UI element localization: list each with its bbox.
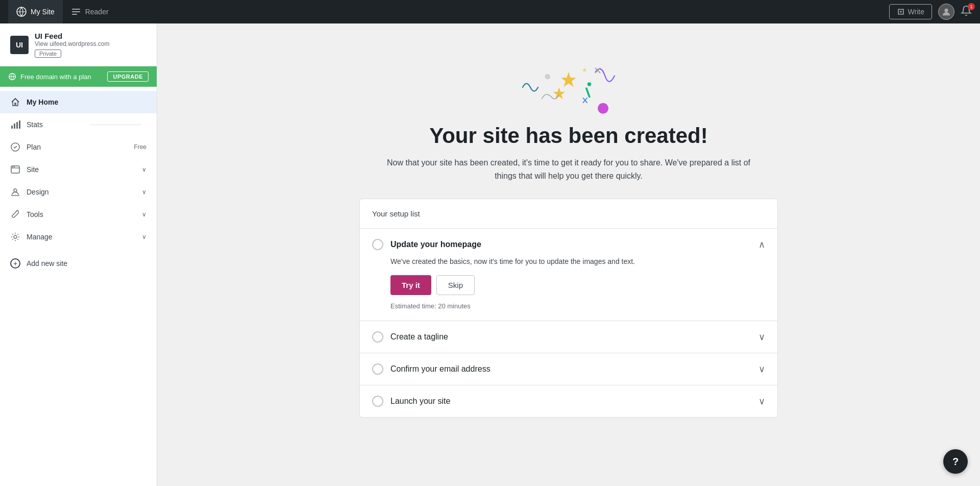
svg-rect-7 xyxy=(903,9,904,14)
svg-rect-13 xyxy=(11,126,13,129)
svg-marker-24 xyxy=(561,72,576,87)
setup-item-header-confirm-email[interactable]: Confirm your email address ∨ xyxy=(372,363,765,375)
setup-item-header-create-tagline[interactable]: Create a tagline ∨ xyxy=(372,331,765,343)
svg-point-26 xyxy=(545,74,551,80)
svg-marker-25 xyxy=(553,87,565,99)
help-button[interactable]: ? xyxy=(943,449,968,474)
write-icon xyxy=(897,8,905,16)
setup-item-title-create-tagline: Create a tagline xyxy=(390,332,751,342)
try-it-button[interactable]: Try it xyxy=(390,275,431,295)
sidebar-item-my-home[interactable]: My Home xyxy=(0,91,157,113)
site-chevron-icon: ∨ xyxy=(142,166,146,173)
setup-item-header-update-homepage[interactable]: Update your homepage ∧ xyxy=(372,239,765,250)
svg-point-20 xyxy=(12,166,13,167)
site-name: UI Feed xyxy=(35,32,146,40)
design-chevron-icon: ∨ xyxy=(142,188,146,196)
hero-title: Your site has been created! xyxy=(429,124,707,148)
estimated-time: Estimated time: 20 minutes xyxy=(390,302,471,310)
sidebar-item-manage[interactable]: Manage ∨ xyxy=(0,226,157,248)
sidebar-item-tools-label: Tools xyxy=(27,210,136,218)
domain-icon xyxy=(8,72,16,81)
svg-point-22 xyxy=(14,189,17,192)
sidebar-item-plan-label: Plan xyxy=(27,143,128,151)
add-new-site-item[interactable]: + Add new site xyxy=(0,252,157,275)
my-site-nav-item[interactable]: My Site xyxy=(8,0,63,23)
svg-rect-2 xyxy=(72,11,80,12)
setup-card: Your setup list Update your homepage ∧ W… xyxy=(359,199,778,418)
setup-item-launch-site: Launch your site ∨ xyxy=(360,385,777,417)
svg-rect-14 xyxy=(14,124,15,129)
celebration-illustration xyxy=(492,44,645,115)
setup-item-title-confirm-email: Confirm your email address xyxy=(390,364,751,374)
notifications-button[interactable]: 1 xyxy=(961,5,972,19)
svg-rect-5 xyxy=(898,9,899,14)
sidebar-item-tools[interactable]: Tools ∨ xyxy=(0,203,157,226)
plan-badge: Free xyxy=(134,143,146,151)
upgrade-button[interactable]: UPGRADE xyxy=(107,71,149,82)
wordpress-icon xyxy=(16,7,27,17)
top-navigation: My Site Reader Write xyxy=(0,0,980,23)
sidebar-item-design[interactable]: Design ∨ xyxy=(0,181,157,203)
svg-point-28 xyxy=(587,82,592,86)
setup-radio-launch-site[interactable] xyxy=(372,396,383,407)
setup-item-body-update-homepage: We've created the basics, now it's time … xyxy=(372,256,765,310)
svg-point-23 xyxy=(14,235,17,238)
my-site-label: My Site xyxy=(31,8,55,16)
svg-rect-3 xyxy=(72,14,77,15)
svg-point-21 xyxy=(14,166,15,167)
main-content: Your site has been created! Now that you… xyxy=(157,23,980,486)
skip-button[interactable]: Skip xyxy=(436,275,475,295)
setup-item-header-launch-site[interactable]: Launch your site ∨ xyxy=(372,396,765,407)
site-url[interactable]: View uifeed.wordpress.com xyxy=(35,40,146,47)
write-label: Write xyxy=(908,8,924,16)
sidebar-item-my-home-label: My Home xyxy=(27,98,146,106)
setup-actions-update-homepage: Try it Skip xyxy=(390,275,765,295)
svg-point-10 xyxy=(944,9,948,12)
private-badge[interactable]: Private xyxy=(35,50,61,58)
setup-item-update-homepage: Update your homepage ∧ We've created the… xyxy=(360,229,777,321)
user-avatar[interactable] xyxy=(938,4,954,20)
site-icon xyxy=(10,164,20,175)
expand-chevron-confirm-email[interactable]: ∨ xyxy=(758,363,765,375)
sidebar-item-site[interactable]: Site ∨ xyxy=(0,158,157,181)
reader-nav-item[interactable]: Reader xyxy=(63,0,117,23)
setup-radio-update-homepage[interactable] xyxy=(372,239,383,250)
collapse-chevron-update-homepage[interactable]: ∧ xyxy=(758,239,765,250)
site-header: UI UI Feed View uifeed.wordpress.com Pri… xyxy=(0,23,157,66)
design-icon xyxy=(10,187,20,197)
svg-marker-31 xyxy=(582,68,586,72)
write-button[interactable]: Write xyxy=(889,4,932,19)
sidebar-navigation: My Home Stats Plan Fr xyxy=(0,87,157,486)
upgrade-banner-text: Free domain with a plan xyxy=(8,72,91,81)
svg-rect-6 xyxy=(898,14,903,15)
manage-chevron-icon: ∨ xyxy=(142,233,146,240)
expand-chevron-create-tagline[interactable]: ∨ xyxy=(758,331,765,343)
site-info: UI Feed View uifeed.wordpress.com Privat… xyxy=(35,32,146,58)
svg-rect-4 xyxy=(898,9,903,10)
svg-rect-34 xyxy=(585,87,591,98)
sidebar-item-plan[interactable]: Plan Free xyxy=(0,136,157,158)
sidebar: UI UI Feed View uifeed.wordpress.com Pri… xyxy=(0,23,157,486)
reader-label: Reader xyxy=(85,8,109,16)
setup-radio-confirm-email[interactable] xyxy=(372,363,383,375)
setup-list-header: Your setup list xyxy=(360,199,777,229)
setup-radio-create-tagline[interactable] xyxy=(372,331,383,343)
setup-item-title-launch-site: Launch your site xyxy=(390,397,751,406)
stats-icon xyxy=(10,119,20,130)
plan-icon xyxy=(10,142,20,152)
svg-rect-16 xyxy=(19,120,20,129)
svg-rect-1 xyxy=(72,9,80,10)
upgrade-banner[interactable]: Free domain with a plan UPGRADE xyxy=(0,66,157,87)
svg-point-27 xyxy=(598,103,608,114)
help-icon: ? xyxy=(952,456,959,468)
sidebar-item-stats[interactable]: Stats xyxy=(0,113,157,136)
expand-chevron-launch-site[interactable]: ∨ xyxy=(758,396,765,407)
setup-item-create-tagline: Create a tagline ∨ xyxy=(360,321,777,353)
reader-icon xyxy=(71,7,81,17)
svg-rect-15 xyxy=(16,122,18,129)
setup-item-confirm-email: Confirm your email address ∨ xyxy=(360,353,777,385)
avatar-icon xyxy=(942,7,951,16)
sidebar-item-manage-label: Manage xyxy=(27,233,136,241)
site-icon: UI xyxy=(10,36,29,54)
tools-chevron-icon: ∨ xyxy=(142,211,146,218)
